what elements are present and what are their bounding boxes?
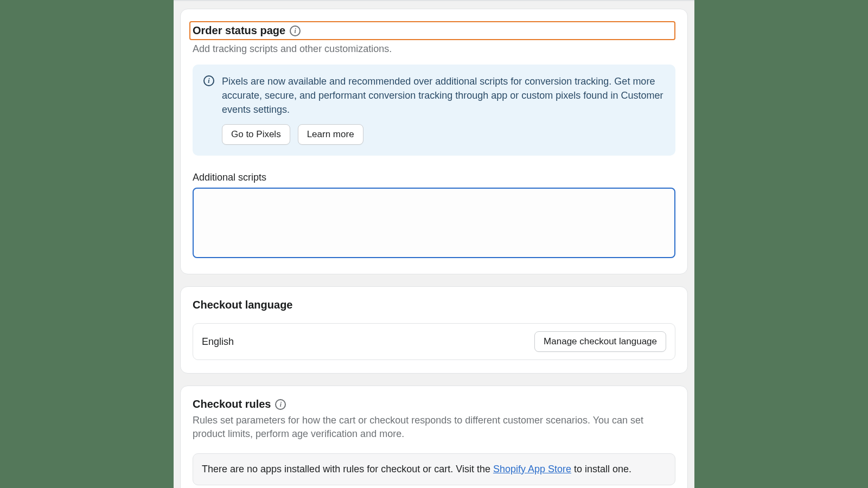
checkout-language-title: Checkout language [193,299,292,311]
additional-scripts-input[interactable] [193,188,675,258]
checkout-language-card: Checkout language English Manage checkou… [180,286,688,374]
checkout-rules-title: Checkout rules [193,398,271,410]
checkout-rules-empty-suffix: to install one. [571,464,631,474]
checkout-language-value: English [202,336,234,348]
shopify-app-store-link[interactable]: Shopify App Store [493,464,571,474]
pixels-banner-body: Pixels are now available and recommended… [222,74,665,145]
checkout-rules-empty-prefix: There are no apps installed with rules f… [202,464,493,474]
go-to-pixels-button[interactable]: Go to Pixels [222,124,290,145]
checkout-rules-empty: There are no apps installed with rules f… [193,453,675,485]
learn-more-button[interactable]: Learn more [298,124,363,145]
order-status-subtitle: Add tracking scripts and other customiza… [193,43,675,55]
info-icon[interactable]: i [290,25,301,36]
order-status-title-highlight: Order status page i [189,21,675,40]
manage-checkout-language-button[interactable]: Manage checkout language [534,331,666,352]
checkout-language-row: English Manage checkout language [193,323,675,360]
checkout-rules-description: Rules set parameters for how the cart or… [193,414,675,441]
additional-scripts-label: Additional scripts [193,172,675,183]
info-icon[interactable]: i [275,399,286,410]
settings-page: Order status page i Add tracking scripts… [174,0,694,488]
order-status-title: Order status page [193,24,285,37]
pixels-banner: i Pixels are now available and recommend… [193,65,675,156]
checkout-rules-title-row: Checkout rules i [193,398,286,410]
order-status-card: Order status page i Add tracking scripts… [180,9,688,274]
pixels-banner-text: Pixels are now available and recommended… [222,74,665,117]
order-status-title-row: Order status page i [193,24,301,37]
card-divider-top [174,0,694,1]
pixels-banner-actions: Go to Pixels Learn more [222,124,665,145]
info-icon: i [203,75,214,86]
checkout-rules-card: Checkout rules i Rules set parameters fo… [180,386,688,488]
